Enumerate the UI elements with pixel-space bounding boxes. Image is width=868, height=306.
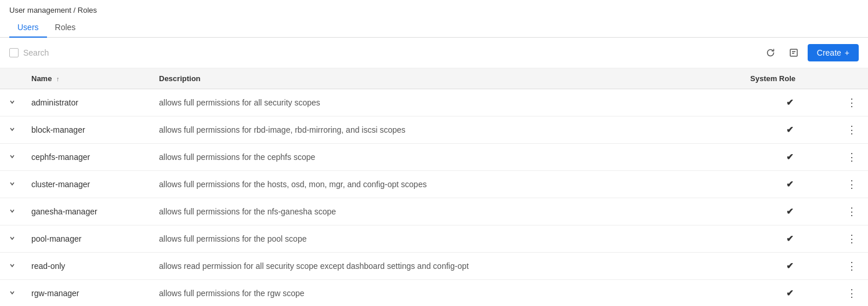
row-actions: ⋮ bbox=[836, 253, 868, 280]
row-actions: ⋮ bbox=[836, 198, 868, 225]
system-role-check: ✔ bbox=[743, 171, 836, 198]
tab-roles[interactable]: Roles bbox=[47, 18, 84, 38]
expand-button[interactable] bbox=[7, 97, 17, 108]
row-actions: ⋮ bbox=[836, 116, 868, 144]
row-actions: ⋮ bbox=[836, 171, 868, 198]
expand-cell bbox=[0, 171, 24, 198]
system-role-check: ✔ bbox=[743, 253, 836, 280]
chevron-down-icon bbox=[9, 208, 15, 214]
row-actions: ⋮ bbox=[836, 144, 868, 171]
more-actions-button[interactable]: ⋮ bbox=[843, 95, 861, 110]
table-row: cephfs-manager allows full permissions f… bbox=[0, 144, 868, 171]
role-description: allows full permissions for rbd-image, r… bbox=[152, 116, 743, 144]
expand-button[interactable] bbox=[7, 288, 17, 298]
expand-cell bbox=[0, 144, 24, 171]
more-actions-button[interactable]: ⋮ bbox=[843, 286, 861, 301]
expand-cell bbox=[0, 280, 24, 307]
expand-button[interactable] bbox=[7, 179, 17, 190]
chevron-down-icon bbox=[9, 181, 15, 187]
create-plus-icon: + bbox=[845, 48, 849, 57]
more-actions-button[interactable]: ⋮ bbox=[843, 177, 861, 192]
role-name: cephfs-manager bbox=[24, 144, 152, 171]
more-actions-button[interactable]: ⋮ bbox=[843, 258, 861, 274]
more-actions-button[interactable]: ⋮ bbox=[843, 150, 861, 165]
table-row: block-manager allows full permissions fo… bbox=[0, 116, 868, 144]
more-actions-button[interactable]: ⋮ bbox=[843, 122, 861, 137]
more-actions-button[interactable]: ⋮ bbox=[843, 231, 861, 246]
breadcrumb: User management / Roles bbox=[0, 0, 868, 18]
chevron-down-icon bbox=[9, 126, 15, 132]
toolbar: Create + bbox=[0, 38, 868, 68]
role-name: block-manager bbox=[24, 116, 152, 144]
chevron-down-icon bbox=[9, 290, 15, 296]
create-button[interactable]: Create + bbox=[808, 44, 859, 61]
create-label: Create bbox=[817, 48, 841, 57]
expand-cell bbox=[0, 225, 24, 253]
chevron-down-icon bbox=[9, 235, 15, 241]
checkmark-icon: ✔ bbox=[786, 179, 794, 189]
role-name: pool-manager bbox=[24, 225, 152, 253]
checkmark-icon: ✔ bbox=[786, 261, 794, 271]
col-name[interactable]: Name ↑ bbox=[24, 68, 152, 89]
col-system-role: System Role bbox=[743, 68, 836, 89]
chevron-down-icon bbox=[9, 154, 15, 159]
table-row: ganesha-manager allows full permissions … bbox=[0, 198, 868, 225]
role-description: allows full permissions for the hosts, o… bbox=[152, 171, 743, 198]
table-row: pool-manager allows full permissions for… bbox=[0, 225, 868, 253]
system-role-check: ✔ bbox=[743, 225, 836, 253]
breadcrumb-parent: User management bbox=[9, 6, 71, 14]
refresh-icon bbox=[766, 48, 775, 57]
role-description: allows full permissions for all security… bbox=[152, 89, 743, 116]
expand-button[interactable] bbox=[7, 206, 17, 217]
table-row: read-only allows read permission for all… bbox=[0, 253, 868, 280]
export-icon bbox=[789, 48, 798, 57]
refresh-button[interactable] bbox=[761, 43, 780, 62]
roles-table: Name ↑ Description System Role administr… bbox=[0, 68, 868, 306]
checkmark-icon: ✔ bbox=[786, 125, 794, 134]
col-actions bbox=[836, 68, 868, 89]
svg-rect-0 bbox=[790, 49, 797, 56]
system-role-check: ✔ bbox=[743, 144, 836, 171]
col-description: Description bbox=[152, 68, 743, 89]
checkmark-icon: ✔ bbox=[786, 288, 794, 298]
role-description: allows full permissions for the nfs-gane… bbox=[152, 198, 743, 225]
sort-icon: ↑ bbox=[56, 75, 60, 82]
expand-cell bbox=[0, 198, 24, 225]
tab-users[interactable]: Users bbox=[9, 18, 47, 38]
role-name: administrator bbox=[24, 89, 152, 116]
checkmark-icon: ✔ bbox=[786, 152, 794, 162]
table-row: cluster-manager allows full permissions … bbox=[0, 171, 868, 198]
expand-cell bbox=[0, 116, 24, 144]
expand-button[interactable] bbox=[7, 261, 17, 271]
system-role-check: ✔ bbox=[743, 116, 836, 144]
system-role-check: ✔ bbox=[743, 89, 836, 116]
expand-button[interactable] bbox=[7, 234, 17, 244]
expand-button[interactable] bbox=[7, 125, 17, 135]
checkmark-icon: ✔ bbox=[786, 234, 794, 243]
search-input[interactable] bbox=[23, 48, 388, 57]
row-actions: ⋮ bbox=[836, 280, 868, 307]
checkmark-icon: ✔ bbox=[786, 97, 794, 107]
row-actions: ⋮ bbox=[836, 225, 868, 253]
expand-button[interactable] bbox=[7, 152, 17, 162]
role-description: allows read permission for all security … bbox=[152, 253, 743, 280]
tabs-container: Users Roles bbox=[0, 18, 868, 38]
chevron-down-icon bbox=[9, 99, 15, 105]
export-button[interactable] bbox=[784, 43, 803, 62]
select-all-checkbox[interactable] bbox=[9, 48, 19, 57]
role-description: allows full permissions for the pool sco… bbox=[152, 225, 743, 253]
system-role-check: ✔ bbox=[743, 198, 836, 225]
role-description: allows full permissions for the rgw scop… bbox=[152, 280, 743, 307]
chevron-down-icon bbox=[9, 263, 15, 268]
table-row: rgw-manager allows full permissions for … bbox=[0, 280, 868, 307]
role-description: allows full permissions for the cephfs s… bbox=[152, 144, 743, 171]
more-actions-button[interactable]: ⋮ bbox=[843, 204, 861, 219]
breadcrumb-separator: / bbox=[74, 6, 76, 14]
checkmark-icon: ✔ bbox=[786, 206, 794, 216]
expand-cell bbox=[0, 89, 24, 116]
col-expand bbox=[0, 68, 24, 89]
role-name: read-only bbox=[24, 253, 152, 280]
table-row: administrator allows full permissions fo… bbox=[0, 89, 868, 116]
breadcrumb-current: Roles bbox=[78, 6, 97, 14]
role-name: ganesha-manager bbox=[24, 198, 152, 225]
